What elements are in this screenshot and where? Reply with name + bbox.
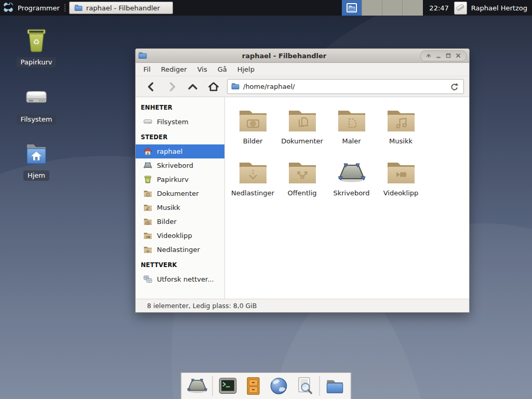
dock-panel <box>181 373 351 399</box>
sidebar-item-documents[interactable]: Dokumenter <box>136 187 224 201</box>
desktop-icon <box>143 161 152 170</box>
forward-button[interactable] <box>162 79 182 95</box>
desktop-icon <box>338 159 366 185</box>
reload-button[interactable] <box>448 81 460 92</box>
file-manager-window: raphael - Filbehandler <box>135 48 470 313</box>
file-label: Bilder <box>243 137 263 145</box>
path-text[interactable]: /home/raphael/ <box>243 83 445 90</box>
home-button[interactable] <box>203 79 224 95</box>
file-grid: Bilder Dokumenter <box>225 97 469 299</box>
file-item-nedlastinger[interactable]: Nedlastinger <box>228 154 277 206</box>
sidebar-item-label: Musikk <box>157 204 180 211</box>
menu-help[interactable]: Hjelp <box>232 63 260 76</box>
file-item-bilder[interactable]: Bilder <box>228 102 277 154</box>
file-cabinet-icon[interactable] <box>243 376 264 396</box>
user-session-button[interactable] <box>454 2 467 15</box>
file-label: Maler <box>342 137 361 145</box>
workspace-4[interactable] <box>403 0 423 16</box>
desktop: Programmer raphael - Filbehandler <box>0 0 532 399</box>
sidebar-header-devices: ENHETER <box>136 99 224 115</box>
menu-view[interactable]: Vis <box>192 63 212 76</box>
folder-downloads-icon <box>143 245 152 254</box>
drive-icon <box>143 117 152 126</box>
workspace-1[interactable] <box>342 0 362 16</box>
taskbar-window-label: raphael - Filbehandler <box>86 4 160 12</box>
workspace-2[interactable] <box>362 0 382 16</box>
sidebar-header-network: NETTVERK <box>136 257 224 272</box>
file-item-musikk[interactable]: Musikk <box>376 102 425 154</box>
sidebar-item-trash[interactable]: ♻ Papirkurv <box>136 172 224 187</box>
sidebar-item-videos[interactable]: Videoklipp <box>136 229 224 243</box>
sidebar-item-pictures[interactable]: Bilder <box>136 215 224 229</box>
folder-share-icon <box>288 159 316 185</box>
sidebar-item-network[interactable]: Utforsk nettver... <box>136 272 224 286</box>
menu-go[interactable]: Gå <box>212 63 232 76</box>
shade-button[interactable] <box>424 51 433 60</box>
sidebar-item-desktop[interactable]: Skrivebord <box>136 158 224 172</box>
sidebar-item-filesystem[interactable]: Filsystem <box>136 115 224 129</box>
file-label: Videoklipp <box>383 189 419 197</box>
menubar: Fil Rediger Vis Gå Hjelp <box>136 63 469 76</box>
window-titlebar[interactable]: raphael - Filbehandler <box>136 49 469 63</box>
svg-text:♻: ♻ <box>147 179 150 183</box>
folder-pictures-icon <box>143 217 152 226</box>
menu-edit[interactable]: Rediger <box>156 63 192 76</box>
web-browser-icon[interactable] <box>269 376 289 396</box>
terminal-icon[interactable] <box>218 376 238 396</box>
document-search-icon[interactable] <box>294 376 315 396</box>
file-item-maler[interactable]: Maler <box>327 102 376 154</box>
dock-separator <box>212 376 213 396</box>
applications-menu-button[interactable]: Programmer <box>0 0 64 16</box>
file-label: Musikk <box>389 137 413 145</box>
maximize-button[interactable] <box>444 51 453 60</box>
sidebar-item-raphael[interactable]: raphael <box>136 144 224 158</box>
sidebar-item-label: Filsystem <box>157 118 189 126</box>
file-label: Dokumenter <box>281 137 323 145</box>
file-item-skrivebord[interactable]: Skrivebord <box>327 154 376 206</box>
top-panel: Programmer raphael - Filbehandler <box>0 0 532 16</box>
folder-templates-icon <box>338 107 366 133</box>
workspace-switcher <box>342 0 423 16</box>
desktop-icon-home[interactable]: Hjem <box>7 142 65 181</box>
file-label: Offentlig <box>288 189 317 197</box>
sidebar-item-label: raphael <box>157 148 182 155</box>
taskbar-window-button[interactable]: raphael - Filbehandler <box>69 2 173 14</box>
sidebar-item-music[interactable]: Musikk <box>136 201 224 215</box>
workspace-window-icon <box>347 3 357 12</box>
window-title: raphael - Filbehandler <box>156 52 412 60</box>
desktop-icon-filesystem[interactable]: Filsystem <box>7 85 65 125</box>
file-item-videoklipp[interactable]: Videoklipp <box>376 154 425 206</box>
desktop-icon-area: ♻ Papirkurv Filsystem <box>7 27 65 181</box>
back-button[interactable] <box>141 79 162 95</box>
desktop-icon-trash[interactable]: ♻ Papirkurv <box>7 27 65 68</box>
user-name-label[interactable]: Raphael Hertzog <box>471 4 527 12</box>
panel-handle <box>64 4 66 12</box>
path-bar[interactable]: /home/raphael/ <box>227 79 464 94</box>
folder-documents-icon <box>288 107 316 133</box>
window-folder-icon <box>74 4 83 12</box>
sidebar-item-downloads[interactable]: Nedlastinger <box>136 243 224 257</box>
eraser-icon <box>455 2 466 14</box>
statusbar: 8 ielementer, Ledig plass: 8,0 GiB <box>136 299 469 312</box>
up-button[interactable] <box>182 79 203 95</box>
file-manager-body: ENHETER Filsystem STEDER <box>136 97 469 299</box>
show-desktop-icon[interactable] <box>187 376 208 396</box>
file-item-offentlig[interactable]: Offentlig <box>277 154 327 206</box>
sidebar-item-label: Videoklipp <box>157 232 192 240</box>
svg-text:♻: ♻ <box>33 37 39 47</box>
workspace-3[interactable] <box>382 0 403 16</box>
file-manager-icon[interactable] <box>325 376 345 396</box>
home-folder-icon <box>24 142 49 168</box>
file-item-dokumenter[interactable]: Dokumenter <box>277 102 327 154</box>
menu-file[interactable]: Fil <box>138 63 156 76</box>
trash-icon: ♻ <box>143 175 152 184</box>
sidebar-item-label: Bilder <box>157 218 177 225</box>
window-folder-icon <box>138 51 147 60</box>
folder-documents-icon <box>143 189 152 198</box>
drive-icon <box>24 85 49 112</box>
minimize-button[interactable] <box>434 51 443 60</box>
close-button[interactable] <box>454 51 462 60</box>
panel-clock[interactable]: 22:47 <box>429 4 448 12</box>
sidebar-header-places: STEDER <box>136 129 224 144</box>
folder-videos-icon <box>143 231 152 240</box>
